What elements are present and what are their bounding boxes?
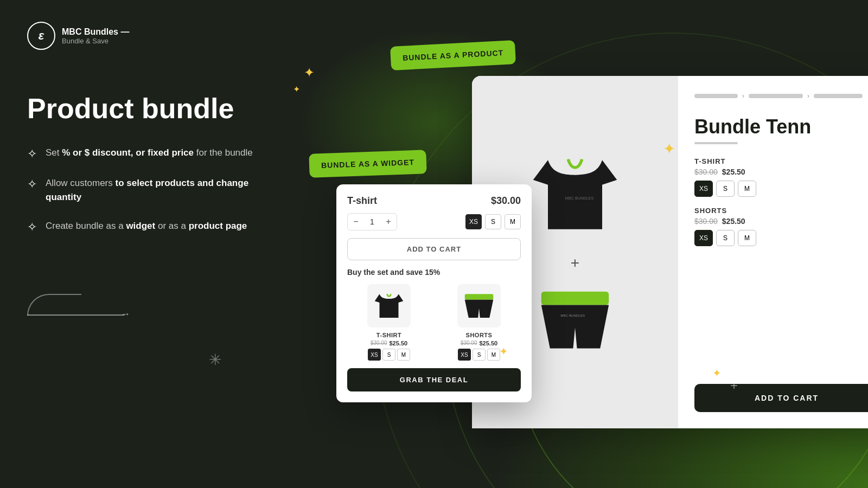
comp-tshirt-xs[interactable]: XS [694,181,713,197]
breadcrumb-2 [749,94,803,98]
widget-card: T-shirt $30.00 − 1 + XS S M ADD TO CART … [336,184,532,402]
product-badge: BUNDLE AS A PRODUCT [390,40,516,70]
arrow-decoration: → [27,294,136,326]
tshirt-new-price: $25.50 [722,168,745,176]
shorts-size-s[interactable]: S [473,349,486,361]
svg-text:MBC BUNDLES: MBC BUNDLES [565,196,594,201]
shorts-old-price: $30.00 [694,217,718,226]
tshirt-size-s[interactable]: S [382,349,395,361]
bundle-tshirt-name: T-SHIRT [347,332,431,338]
bundle-items: T-SHIRT $30.00 $25.50 XS S M [347,284,521,361]
qty-increase-button[interactable]: + [380,214,397,230]
star-icon-4: ✦ [499,345,508,358]
size-options: XS S M [465,214,521,229]
comp-tshirt-m[interactable]: M [738,181,756,197]
svg-text:MBC BUNDLES: MBC BUNDLES [560,313,585,317]
tshirt-image [367,284,411,328]
svg-rect-0 [465,294,494,300]
comp-tshirt-s[interactable]: S [716,181,735,197]
tshirt-component-sizes: XS S M [694,181,868,197]
sparkle-icon-2: ✧ [27,177,37,191]
grab-deal-button[interactable]: GRAB THE DEAL [347,368,521,391]
tshirt-component-prices: $30.00 $25.50 [694,168,868,176]
arrow-line [27,314,125,316]
tshirt-old-price: $30.00 [694,168,718,176]
comp-shorts-m[interactable]: M [738,230,756,246]
main-container: ε MBC Bundles — Bundle & Save Product bu… [0,0,868,488]
plus-icon: + [571,254,579,272]
logo-subtitle: Bundle & Save [62,37,129,45]
logo-title: MBC Bundles — [62,27,129,37]
left-panel: ε MBC Bundles — Bundle & Save Product bu… [0,0,304,488]
bundle-tshirt-sizes: XS S M [347,349,431,361]
shorts-image [457,284,501,328]
product-add-to-cart-button[interactable]: ADD TO CART [694,384,868,412]
size-s-button[interactable]: S [485,214,501,229]
comp-shorts-s[interactable]: S [716,230,735,246]
shorts-size-xs[interactable]: XS [458,349,471,361]
logo-icon: ε [39,29,44,43]
widget-controls: − 1 + XS S M [347,213,521,230]
tshirt-component: T-SHIRT $30.00 $25.50 XS S M [694,157,868,197]
right-panel: BUNDLE AS A WIDGET BUNDLE AS A PRODUCT T… [304,0,868,488]
star-icon-5: ✦ [712,367,722,380]
svg-rect-2 [541,292,609,305]
breadcrumb-1 [694,94,738,98]
plus-cross-decor [730,378,738,393]
product-title-underline [694,142,738,144]
feature-list: ✧ Set % or $ discount, or fixed price fo… [27,146,277,234]
shorts-size-m[interactable]: M [487,349,500,361]
shorts-component: SHORTS $30.00 $25.50 XS S M [694,207,868,246]
widget-header: T-shirt $30.00 [347,195,521,207]
widget-badge: BUNDLE AS A WIDGET [309,150,426,178]
logo-area: ε MBC Bundles — Bundle & Save [27,22,277,50]
tshirt-size-m[interactable]: M [397,349,410,361]
shorts-new-price: $25.50 [722,217,745,226]
product-details-area: › › Bundle Tenn T-SHIRT $30.00 $25.50 [678,76,868,428]
qty-value: 1 [364,217,380,226]
tshirt-svg-small [370,287,408,325]
tshirt-component-name: T-SHIRT [694,157,868,165]
size-m-button[interactable]: M [505,214,521,229]
tshirt-svg-large: MBC BUNDLES [521,140,629,249]
product-page-title: Bundle Tenn [694,116,868,138]
breadcrumb-chevron-1: › [742,92,744,100]
bundle-shorts-name: SHORTS [437,332,521,338]
star-icon-1: ✦ [304,65,315,80]
feature-item-3: ✧ Create bundle as a widget or as a prod… [27,219,277,234]
shorts-component-sizes: XS S M [694,230,868,246]
bundle-tshirt-new-price: $25.50 [389,340,407,346]
feature-text-1: Set % or $ discount, or fixed price for … [46,146,253,160]
breadcrumb-area: › › [694,92,868,100]
arrow-curve [27,294,81,316]
shorts-component-prices: $30.00 $25.50 [694,217,868,226]
tshirt-size-xs[interactable]: XS [368,349,381,361]
bundle-tshirt-old-price: $30.00 [371,340,387,346]
qty-decrease-button[interactable]: − [348,214,364,230]
shorts-svg-small [460,287,498,325]
size-xs-button[interactable]: XS [465,214,482,229]
feature-text-3: Create bundle as a widget or as a produc… [46,219,247,233]
main-heading: Product bundle [27,93,277,124]
bundle-shorts-new-price: $25.50 [479,340,497,346]
add-to-cart-button[interactable]: ADD TO CART [347,238,521,260]
comp-shorts-xs[interactable]: XS [694,230,713,246]
bundle-save-text: Buy the set and save 15% [347,268,521,277]
shorts-component-name: SHORTS [694,207,868,215]
widget-title: T-shirt [347,195,377,207]
feature-text-2: Allow customers to select products and c… [46,176,277,204]
breadcrumb-3 [814,94,863,98]
sparkle-icon-1: ✧ [27,147,37,161]
arrow-head-icon: → [120,309,130,320]
star-icon-3: ✦ [663,140,675,158]
bundle-item-tshirt: T-SHIRT $30.00 $25.50 XS S M [347,284,431,361]
logo-circle: ε [27,22,55,50]
feature-item-2: ✧ Allow customers to select products and… [27,176,277,204]
feature-item-1: ✧ Set % or $ discount, or fixed price fo… [27,146,277,161]
star-icon-2: ✦ [293,84,300,94]
bundle-shorts-old-price: $30.00 [461,340,477,346]
logo-text-area: MBC Bundles — Bundle & Save [62,27,129,45]
breadcrumb-chevron-2: › [807,92,809,100]
widget-price: $30.00 [491,195,521,207]
asterisk-decor: ✳ [209,351,221,369]
